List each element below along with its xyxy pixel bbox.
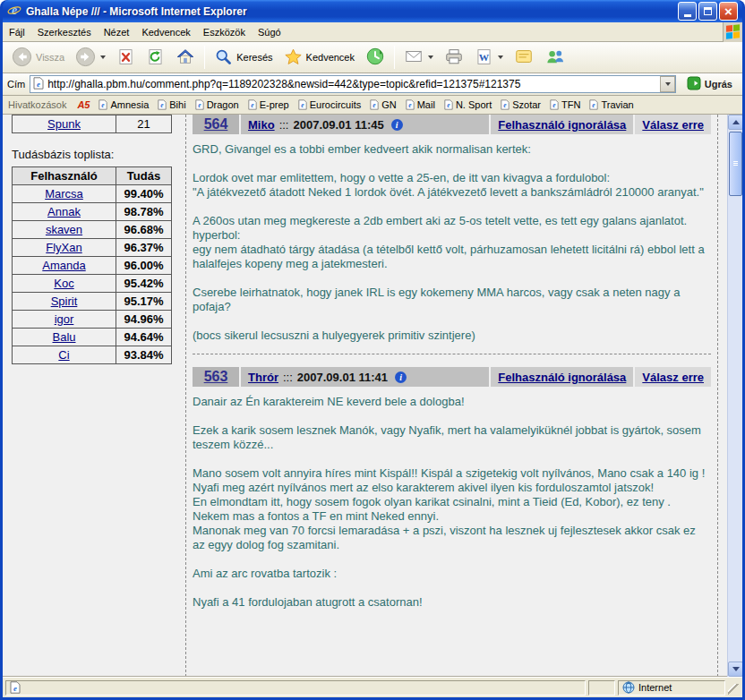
address-dropdown-button[interactable] xyxy=(660,76,675,92)
history-button[interactable] xyxy=(360,44,390,71)
menu-edit[interactable]: Szerkesztés xyxy=(31,24,98,40)
home-icon xyxy=(176,47,195,68)
favorites-button[interactable]: Kedvencek xyxy=(278,44,360,71)
search-icon xyxy=(214,47,233,68)
ignore-user-link[interactable]: Felhasználó ignorálása xyxy=(498,371,626,384)
info-icon[interactable]: i xyxy=(395,371,407,383)
ignore-user-cell: Felhasználó ignorálása xyxy=(491,115,633,134)
scroll-up-button[interactable] xyxy=(728,115,742,130)
link-item-mail[interactable]: eMail xyxy=(406,99,435,110)
table-row: skaven96.68% xyxy=(13,221,172,239)
author-link[interactable]: Miko xyxy=(248,118,275,132)
forward-icon xyxy=(75,47,96,69)
link-item-tfn[interactable]: eTFN xyxy=(550,99,580,110)
link-item-szotar[interactable]: eSzotar xyxy=(501,99,541,110)
post-date: 2007.09.01 11:41 xyxy=(297,371,388,384)
post-number[interactable]: 563 xyxy=(193,367,239,387)
author-link[interactable]: Thrór xyxy=(248,371,278,384)
reply-link[interactable]: Válasz erre xyxy=(642,118,704,132)
close-button[interactable]: × xyxy=(719,2,738,21)
user-link[interactable]: Ci xyxy=(58,348,69,362)
reply-cell: Válasz erre xyxy=(635,115,711,134)
refresh-button[interactable] xyxy=(141,44,170,71)
menu-file[interactable]: Fájl xyxy=(3,24,31,40)
reply-link[interactable]: Válasz erre xyxy=(642,371,704,384)
link-item-gn[interactable]: eGN xyxy=(370,99,397,110)
stop-button[interactable] xyxy=(111,44,141,71)
link-item-dragon[interactable]: eDragon xyxy=(195,99,239,110)
user-link[interactable]: Amanda xyxy=(42,259,85,272)
forum-post-564: 564 Miko ::: 2007.09.01 11:45 i Felhaszn… xyxy=(193,115,711,354)
user-link[interactable]: Koc xyxy=(54,277,73,290)
scrollbar-thumb[interactable] xyxy=(729,132,742,196)
user-link[interactable]: igor xyxy=(55,312,74,326)
edit-word-icon: W xyxy=(475,47,493,68)
link-item-a5[interactable]: A5 xyxy=(77,99,90,110)
link-item-eurocircuits[interactable]: eEurocircuits xyxy=(298,99,361,110)
history-icon xyxy=(365,47,385,68)
user-link[interactable]: Annak xyxy=(47,205,81,218)
post-number[interactable]: 564 xyxy=(193,115,239,134)
ignore-user-link[interactable]: Felhasználó ignorálása xyxy=(498,118,626,132)
link-item-eprep[interactable]: eE-prep xyxy=(248,99,289,110)
status-main-panel: e xyxy=(5,680,586,696)
menu-view[interactable]: Nézet xyxy=(98,24,136,40)
stop-icon xyxy=(116,47,135,68)
messenger-people-icon xyxy=(544,47,565,69)
mail-button[interactable] xyxy=(398,44,439,71)
search-button[interactable]: Keresés xyxy=(209,44,278,71)
table-row: Spirit95.17% xyxy=(13,293,172,311)
svg-text:e: e xyxy=(13,684,17,693)
author-separator: ::: xyxy=(279,118,289,132)
title-bar[interactable]: e Ghalla Népe /// - Microsoft Internet E… xyxy=(3,0,742,22)
back-button[interactable]: Vissza xyxy=(6,44,70,71)
user-link[interactable]: skaven xyxy=(46,223,82,236)
menu-tools[interactable]: Eszközök xyxy=(197,24,252,40)
user-link[interactable]: Spirit xyxy=(51,295,78,308)
info-icon[interactable]: i xyxy=(391,119,403,131)
address-input[interactable]: e http://ghalla.pbm.hu/comment.php?q=118… xyxy=(30,75,676,93)
maximize-button[interactable] xyxy=(698,2,717,21)
edit-button[interactable]: W xyxy=(469,44,509,71)
menu-favorites[interactable]: Kedvencek xyxy=(135,24,196,40)
link-item-nsport[interactable]: eN. Sport xyxy=(444,99,492,110)
user-link[interactable]: Balu xyxy=(52,330,75,344)
vertical-scrollbar[interactable] xyxy=(727,115,742,677)
home-button[interactable] xyxy=(170,44,201,71)
go-label: Ugrás xyxy=(705,79,732,90)
resize-grip[interactable] xyxy=(728,684,740,696)
messenger-button[interactable] xyxy=(539,44,570,71)
table-row: Amanda96.00% xyxy=(13,257,172,275)
mail-icon xyxy=(404,47,424,68)
link-item-bihi[interactable]: eBihi xyxy=(158,99,185,110)
link-item-travian[interactable]: eTravian xyxy=(589,99,633,110)
link-item-amnesia[interactable]: eAmnesia xyxy=(98,99,149,110)
ie-logo-icon: e xyxy=(7,3,21,21)
minimize-button[interactable] xyxy=(678,2,697,21)
table-row: Spunk 21 xyxy=(13,115,172,133)
user-link[interactable]: FlyXan xyxy=(46,241,81,254)
user-link-spunk[interactable]: Spunk xyxy=(47,117,81,131)
score-value: 96.68% xyxy=(116,221,172,239)
go-button[interactable]: Ugrás xyxy=(681,74,738,94)
print-button[interactable] xyxy=(439,44,469,71)
status-page-icon: e xyxy=(10,681,21,694)
discuss-button[interactable] xyxy=(509,44,539,71)
user-link[interactable]: Marcsa xyxy=(45,187,83,201)
address-label: Cím xyxy=(7,79,25,90)
forward-button[interactable] xyxy=(70,44,111,71)
minimize-icon xyxy=(684,14,691,17)
navigation-toolbar: Vissza Keresés Kedvencek xyxy=(3,42,742,73)
menu-help[interactable]: Súgó xyxy=(252,24,287,40)
table-row: FlyXan96.37% xyxy=(13,239,172,257)
page-favicon-icon: e xyxy=(33,77,44,92)
spunk-table: Spunk 21 xyxy=(12,115,172,133)
address-url: http://ghalla.pbm.hu/comment.php?q=11892… xyxy=(47,78,658,90)
table-row: Ci93.84% xyxy=(13,346,172,364)
page-content: Spunk 21 Tudásbázis toplista: Felhasznál… xyxy=(3,115,727,677)
scroll-down-button[interactable] xyxy=(728,662,742,677)
status-mini-panel xyxy=(588,680,615,696)
menu-bar: Fájl Szerkesztés Nézet Kedvencek Eszközö… xyxy=(3,22,742,42)
score-value: 96.37% xyxy=(116,239,172,257)
table-row: Marcsa99.40% xyxy=(13,185,172,203)
